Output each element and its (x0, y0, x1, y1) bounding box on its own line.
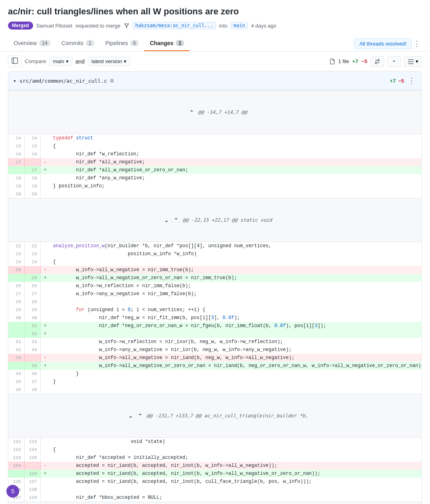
table-row: 20 20 (8, 190, 422, 198)
tab-overview-count: 14 (39, 40, 50, 46)
view-options-button[interactable]: ▾ (404, 56, 422, 67)
hunk-header-text-3: @@ -131,7 +133,7 @@ ac_nir_cull_triangle… (147, 412, 308, 420)
line-num-old: 14 (8, 134, 24, 143)
table-row: 131 133 void *state) (8, 438, 422, 446)
deletions-count: −5 (361, 58, 367, 64)
tab-pipelines[interactable]: Pipelines 6 (100, 36, 145, 51)
hunk-expand-row-4[interactable]: @@ -303,7 +305,7 @@ ac_nir_cull_line(nir… (8, 502, 422, 504)
table-row: 35 37 } (8, 378, 422, 386)
table-row: 32 + (8, 330, 422, 338)
target-branch: main (231, 22, 248, 29)
table-row: 16 16 nir_def *w_reflection; (8, 150, 422, 158)
table-row: 34 36 } (8, 370, 422, 378)
author-name: Samuel Pitoiset (36, 23, 72, 29)
table-row: 137 139 nir_def *bbox_accepted = NULL; (8, 494, 422, 502)
hunk-header-text: @@ -14,7 +14,7 @@ (198, 108, 247, 116)
table-row: 19 19 } position_w_info; (8, 182, 422, 190)
merge-info: Merged Samuel Pitoiset requested to merg… (8, 22, 422, 30)
collapse-icon (391, 58, 397, 65)
expand-collapse-button[interactable] (8, 56, 22, 67)
tab-pipelines-label: Pipelines (105, 40, 128, 46)
table-row: 35 + w_info->all_w_negative_or_zero_or_n… (8, 362, 422, 370)
table-row: 30 30 nir_def *neg_w = nir_flt_imm(b, po… (8, 314, 422, 322)
additions-count: +7 (352, 58, 358, 64)
file-options-button[interactable]: ⋮ (406, 75, 417, 87)
copy-path-button[interactable]: ⧉ (110, 78, 114, 83)
into-text: into (219, 23, 228, 29)
file-count: 1 file (338, 58, 349, 64)
table-row: 25 - w_info->all_w_negative = nir_imm_tr… (8, 266, 422, 274)
table-row: 31 33 w_info->w_reflection = nir_ixor(b,… (8, 338, 422, 346)
action-text: requested to merge (75, 23, 121, 29)
avatar: S (6, 485, 19, 498)
merged-badge: Merged (8, 22, 33, 30)
tab-commits-count: 1 (86, 40, 94, 46)
chevron-down-icon: ▾ (66, 58, 69, 64)
diff-container: ▾ src/amd/common/ac_nir_cull.c ⧉ +7 −5 ⋮… (8, 71, 422, 504)
swap-view-button[interactable] (371, 56, 384, 67)
file-additions: +7 (390, 78, 396, 84)
table-row: 24 24 { (8, 258, 422, 266)
sidebar-icon (12, 58, 18, 64)
tab-pipelines-count: 6 (130, 40, 139, 46)
file-deletions: −5 (398, 78, 404, 84)
line-num-new: 14 (24, 134, 40, 143)
table-row: 17 + nir_def *all_w_negative_or_zero_or_… (8, 166, 422, 174)
table-row: 134 - accepted = nir_iand(b, accepted, n… (8, 462, 422, 470)
hunk-expand-row[interactable]: @@ -14,7 +14,7 @@ (8, 91, 422, 134)
source-branch[interactable]: hakzsam/mesa:ac_nir_cull... (133, 22, 216, 29)
compare-label: Compare (25, 58, 46, 64)
chevron-icon[interactable]: ▾ (13, 78, 16, 84)
toolbar-right: 1 file +7 −5 ▾ (329, 56, 422, 67)
table-row: 32 34 w_info->any_w_negative = nir_ior(b… (8, 346, 422, 354)
collapse-all-button[interactable] (387, 56, 401, 67)
all-threads-button[interactable]: All threads resolved! (354, 38, 412, 49)
table-row: 26 26 w_info->w_reflection = nir_imm_fal… (8, 282, 422, 290)
version-label: latest version (91, 58, 122, 64)
toolbar-left: Compare main ▾ and latest version ▾ (8, 56, 130, 67)
hunk-expand-row-2[interactable]: @@ -22,15 +22,17 @@ static void (8, 198, 422, 242)
base-branch-label: main (53, 58, 64, 64)
tab-commits[interactable]: Commits 1 (56, 36, 100, 51)
swap-icon (374, 58, 380, 65)
table-row: 136 138 (8, 486, 422, 494)
page-title: ac/nir: cull triangles/lines when all W … (8, 6, 422, 17)
hunk-expand-row-3[interactable]: @@ -131,7 +133,7 @@ ac_nir_cull_triangle… (8, 394, 422, 438)
base-branch-select[interactable]: main ▾ (49, 57, 72, 66)
table-row: 18 18 nir_def *any_w_negative; (8, 174, 422, 182)
tab-changes[interactable]: Changes 1 (144, 36, 190, 51)
time-ago: 4 days ago (251, 23, 277, 29)
table-row: 27 27 w_info->any_w_negative = nir_imm_f… (8, 290, 422, 298)
tab-bar: Overview 14 Commits 1 Pipelines 6 Change… (0, 36, 430, 52)
view-icon (408, 58, 414, 65)
diff-file-stats: +7 −5 ⋮ (390, 75, 417, 87)
table-row: 36 38 (8, 386, 422, 394)
diff-file-path: ▾ src/amd/common/ac_nir_cull.c ⧉ (13, 78, 114, 84)
tab-overview[interactable]: Overview 14 (8, 36, 56, 51)
chevron-down-icon-3: ▾ (416, 58, 418, 64)
branch-icon (124, 23, 129, 28)
and-text: and (75, 58, 85, 65)
table-row: 133 135 nir_def *accepted = initially_ac… (8, 454, 422, 462)
table-row: 22 22 analyze_position_w(nir_builder *b,… (8, 242, 422, 250)
table-row: 15 15 { (8, 142, 422, 150)
file-icon (329, 59, 335, 64)
tab-overview-label: Overview (14, 40, 37, 46)
expand-up-icon-3 (137, 413, 143, 419)
table-row: 135 137 accepted = nir_iand(b, accepted,… (8, 478, 422, 486)
table-row: 23 23 position_w_info *w_info) (8, 250, 422, 258)
toolbar: Compare main ▾ and latest version ▾ 1 fi… (0, 52, 430, 71)
table-row: 29 29 for (unsigned i = 0; i < num_verti… (8, 306, 422, 314)
expand-up-icon-2 (173, 217, 179, 223)
expand-up-icon (188, 109, 195, 115)
table-row: 31 + nir_def *neg_or_zero_or_nan_w = nir… (8, 322, 422, 330)
svg-rect-0 (12, 58, 18, 63)
options-button[interactable]: ⋮ (412, 38, 422, 50)
table-row: 28 28 (8, 298, 422, 306)
hunk-header-text-2: @@ -22,15 +22,17 @@ static void (182, 216, 272, 224)
table-row: 132 134 { (8, 446, 422, 454)
version-select[interactable]: latest version ▾ (88, 57, 130, 66)
table-row: 33 - w_info->all_w_negative = nir_iand(b… (8, 354, 422, 362)
tab-changes-count: 1 (176, 40, 184, 46)
tab-commits-label: Commits (61, 40, 83, 46)
